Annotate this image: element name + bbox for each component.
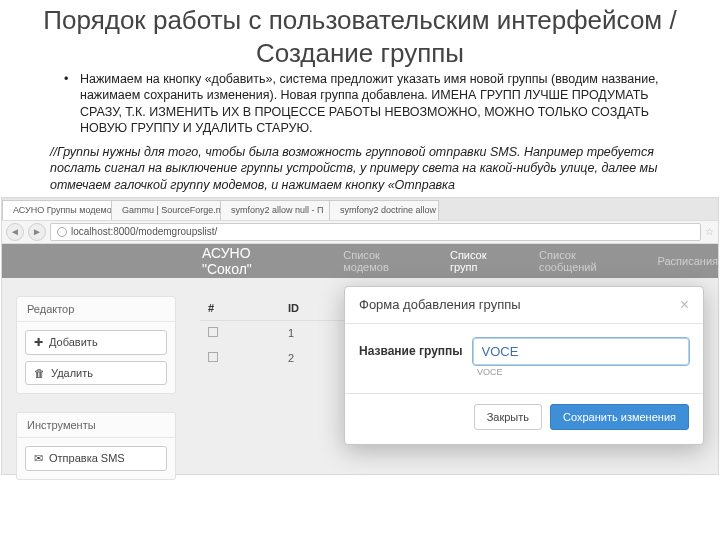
- tab-label: symfony2 allow null - П: [231, 205, 324, 215]
- btn-label: Удалить: [51, 367, 93, 379]
- row-checkbox[interactable]: [208, 352, 218, 362]
- back-button[interactable]: ◄: [6, 223, 24, 241]
- tab-label: Gammu | SourceForge.n: [122, 205, 221, 215]
- slide-title: Порядок работы с пользовательским интерф…: [0, 0, 720, 71]
- browser-tab[interactable]: symfony2 doctrine allow: [329, 200, 439, 220]
- trash-icon: 🗑: [34, 367, 45, 379]
- group-name-input[interactable]: [473, 338, 689, 365]
- sidebar: Редактор ✚Добавить 🗑Удалить Инструменты …: [16, 296, 176, 498]
- tools-panel: Инструменты ✉Отправка SMS: [16, 412, 176, 480]
- delete-button[interactable]: 🗑Удалить: [25, 361, 167, 385]
- send-sms-button[interactable]: ✉Отправка SMS: [25, 446, 167, 471]
- envelope-icon: ✉: [34, 452, 43, 465]
- btn-label: Добавить: [49, 336, 98, 348]
- url-field[interactable]: localhost:8000/modemgroupslist/: [50, 223, 701, 241]
- panel-title: Инструменты: [17, 413, 175, 438]
- modal-header: Форма добавления группы ×: [345, 287, 703, 324]
- tab-label: symfony2 doctrine allow: [340, 205, 436, 215]
- editor-panel: Редактор ✚Добавить 🗑Удалить: [16, 296, 176, 394]
- nav-groups[interactable]: Список групп: [450, 249, 515, 273]
- nav-messages[interactable]: Список сообщений: [539, 249, 633, 273]
- input-hint: VOCE: [477, 367, 689, 377]
- modal-save-button[interactable]: Сохранить изменения: [550, 404, 689, 430]
- btn-label: Отправка SMS: [49, 452, 125, 464]
- row-checkbox[interactable]: [208, 327, 218, 337]
- browser-tab[interactable]: АСУНО Группы модемо: [2, 200, 112, 220]
- plus-icon: ✚: [34, 336, 43, 349]
- close-icon[interactable]: ×: [680, 297, 689, 313]
- col-hash: #: [200, 296, 280, 321]
- browser-tabstrip: АСУНО Группы модемо Gammu | SourceForge.…: [2, 198, 718, 220]
- panel-title: Редактор: [17, 297, 175, 322]
- globe-icon: [57, 227, 67, 237]
- nav-modems[interactable]: Список модемов: [343, 249, 426, 273]
- slide-note: //Группы нужны для того, чтобы была возм…: [0, 142, 720, 197]
- url-text: localhost:8000/modemgroupslist/: [71, 226, 217, 237]
- app-brand[interactable]: АСУНО "Сокол": [202, 245, 301, 277]
- browser-tab[interactable]: symfony2 allow null - П: [220, 200, 330, 220]
- browser-window: АСУНО Группы модемо Gammu | SourceForge.…: [1, 197, 719, 475]
- browser-address-bar: ◄ ► localhost:8000/modemgroupslist/ ☆: [2, 220, 718, 244]
- slide-bullet: Нажимаем на кнопку «добавить», система п…: [0, 71, 720, 142]
- add-button[interactable]: ✚Добавить: [25, 330, 167, 355]
- browser-tab[interactable]: Gammu | SourceForge.n: [111, 200, 221, 220]
- forward-button[interactable]: ►: [28, 223, 46, 241]
- add-group-modal: Форма добавления группы × Название групп…: [344, 286, 704, 445]
- app-body: АСУНО "Сокол" Список модемов Список груп…: [2, 244, 718, 474]
- app-header: АСУНО "Сокол" Список модемов Список груп…: [2, 244, 718, 278]
- nav-schedules[interactable]: Расписания: [658, 255, 718, 267]
- tab-label: АСУНО Группы модемо: [13, 205, 112, 215]
- group-name-label: Название группы: [359, 344, 463, 358]
- modal-close-button[interactable]: Закрыть: [474, 404, 542, 430]
- modal-title: Форма добавления группы: [359, 297, 521, 312]
- bookmark-icon[interactable]: ☆: [705, 226, 714, 237]
